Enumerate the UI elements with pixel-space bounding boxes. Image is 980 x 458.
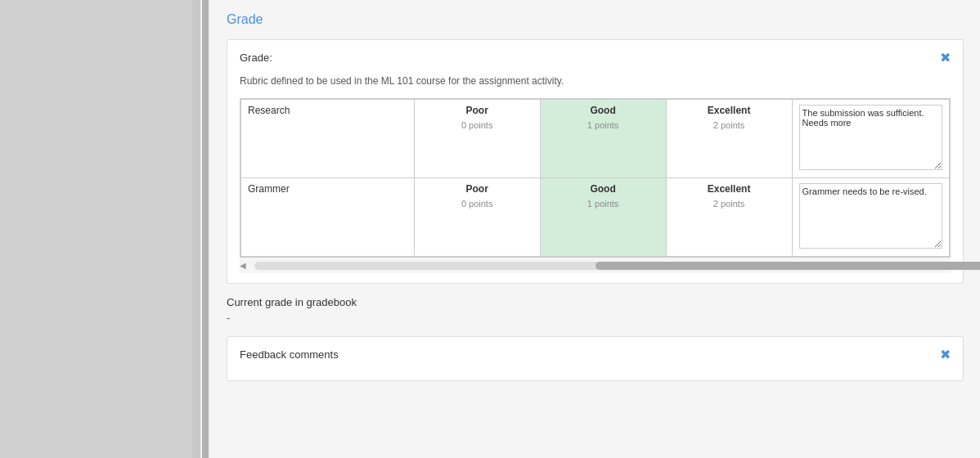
scroll-left-icon[interactable]: ◀ — [240, 261, 246, 270]
level-label: Excellent — [673, 183, 785, 195]
feedback-label: Feedback comments — [240, 348, 339, 361]
level-label: Poor — [421, 105, 533, 116]
level-cell[interactable]: Excellent2 points — [666, 100, 792, 178]
current-grade-value: - — [227, 312, 964, 324]
rubric-table-wrapper: ResearchPoor0 pointsGood1 pointsExcellen… — [240, 98, 951, 258]
grade-card-header: Grade: ✖ — [240, 50, 951, 65]
level-points: 2 points — [713, 199, 745, 209]
criterion-name: Research — [241, 100, 415, 178]
level-label: Good — [547, 183, 659, 195]
page-title: Grade — [227, 8, 964, 27]
scrollbar-thumb — [596, 262, 981, 270]
level-cell[interactable]: Poor0 points — [414, 100, 540, 178]
main-content: Grade Grade: ✖ Rubric defined to be used… — [210, 0, 980, 458]
level-points: 0 points — [461, 120, 493, 130]
comment-textarea[interactable]: Grammer needs to be re-vised. — [799, 183, 942, 249]
current-grade-section: Current grade in gradebook - — [227, 296, 964, 324]
comment-textarea[interactable]: The submission was sufficient. Needs mor… — [799, 105, 942, 170]
level-points: 1 points — [587, 120, 619, 130]
current-grade-title: Current grade in gradebook — [227, 296, 964, 308]
level-label: Good — [547, 105, 659, 116]
left-sidebar — [0, 0, 192, 458]
feedback-close-icon[interactable]: ✖ — [940, 347, 951, 362]
grade-close-icon[interactable]: ✖ — [940, 50, 951, 65]
table-row: GrammerPoor0 pointsGood1 pointsExcellent… — [241, 178, 950, 257]
scroll-indicator — [202, 0, 209, 458]
rubric-table: ResearchPoor0 pointsGood1 pointsExcellen… — [241, 99, 950, 257]
table-row: ResearchPoor0 pointsGood1 pointsExcellen… — [241, 100, 950, 178]
level-points: 0 points — [461, 199, 493, 209]
level-cell[interactable]: Good1 points — [540, 100, 666, 178]
horizontal-scrollbar[interactable]: ◀ ▶ — [240, 258, 951, 273]
level-cell[interactable]: Poor0 points — [414, 178, 540, 257]
rubric-description: Rubric defined to be used in the ML 101 … — [240, 74, 951, 88]
grade-card: Grade: ✖ Rubric defined to be used in th… — [227, 39, 964, 284]
nav-bar — [192, 0, 200, 458]
level-points: 1 points — [587, 199, 619, 209]
level-points: 2 points — [713, 120, 745, 130]
comment-cell: The submission was sufficient. Needs mor… — [792, 100, 949, 178]
comment-cell: Grammer needs to be re-vised. — [792, 178, 949, 257]
criterion-name: Grammer — [241, 178, 415, 257]
grade-label: Grade: — [240, 52, 272, 64]
feedback-card-header: Feedback comments ✖ — [240, 347, 951, 362]
scrollbar-track[interactable] — [254, 262, 936, 270]
level-cell[interactable]: Good1 points — [540, 178, 666, 257]
level-label: Poor — [421, 183, 533, 195]
level-cell[interactable]: Excellent2 points — [666, 178, 792, 257]
feedback-card: Feedback comments ✖ — [227, 336, 964, 381]
level-label: Excellent — [673, 105, 785, 116]
